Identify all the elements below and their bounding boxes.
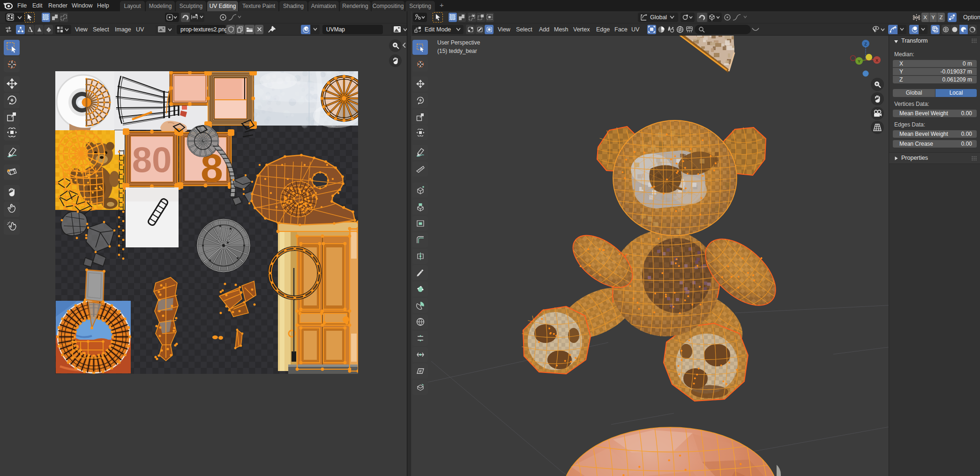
svg-text:Y: Y bbox=[858, 59, 860, 64]
svg-text:80: 80 bbox=[132, 140, 172, 179]
svg-text:X: X bbox=[875, 58, 878, 63]
svg-text:Z: Z bbox=[864, 42, 867, 46]
